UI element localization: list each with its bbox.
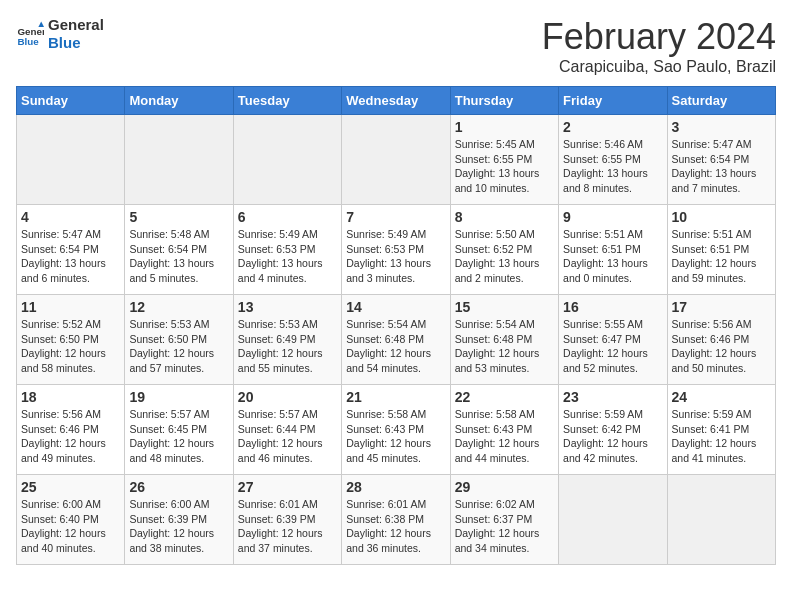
day-info: Sunrise: 5:54 AM Sunset: 6:48 PM Dayligh… [455,317,554,376]
month-title: February 2024 [542,16,776,58]
day-info: Sunrise: 5:58 AM Sunset: 6:43 PM Dayligh… [455,407,554,466]
day-number: 7 [346,209,445,225]
day-cell: 16Sunrise: 5:55 AM Sunset: 6:47 PM Dayli… [559,295,667,385]
day-number: 21 [346,389,445,405]
day-cell: 13Sunrise: 5:53 AM Sunset: 6:49 PM Dayli… [233,295,341,385]
day-number: 22 [455,389,554,405]
day-cell: 23Sunrise: 5:59 AM Sunset: 6:42 PM Dayli… [559,385,667,475]
day-cell: 24Sunrise: 5:59 AM Sunset: 6:41 PM Dayli… [667,385,775,475]
logo-line1: General [48,16,104,34]
day-number: 14 [346,299,445,315]
day-cell: 11Sunrise: 5:52 AM Sunset: 6:50 PM Dayli… [17,295,125,385]
day-cell: 12Sunrise: 5:53 AM Sunset: 6:50 PM Dayli… [125,295,233,385]
week-row-3: 18Sunrise: 5:56 AM Sunset: 6:46 PM Dayli… [17,385,776,475]
logo: General Blue General Blue [16,16,104,52]
day-cell [559,475,667,565]
day-info: Sunrise: 5:58 AM Sunset: 6:43 PM Dayligh… [346,407,445,466]
header-row: SundayMondayTuesdayWednesdayThursdayFrid… [17,87,776,115]
day-number: 10 [672,209,771,225]
svg-text:Blue: Blue [17,36,39,47]
day-info: Sunrise: 6:01 AM Sunset: 6:38 PM Dayligh… [346,497,445,556]
day-number: 24 [672,389,771,405]
day-cell: 25Sunrise: 6:00 AM Sunset: 6:40 PM Dayli… [17,475,125,565]
day-info: Sunrise: 5:50 AM Sunset: 6:52 PM Dayligh… [455,227,554,286]
day-number: 3 [672,119,771,135]
day-info: Sunrise: 5:57 AM Sunset: 6:44 PM Dayligh… [238,407,337,466]
day-number: 11 [21,299,120,315]
day-cell: 15Sunrise: 5:54 AM Sunset: 6:48 PM Dayli… [450,295,558,385]
day-cell: 3Sunrise: 5:47 AM Sunset: 6:54 PM Daylig… [667,115,775,205]
calendar-table: SundayMondayTuesdayWednesdayThursdayFrid… [16,86,776,565]
day-info: Sunrise: 5:47 AM Sunset: 6:54 PM Dayligh… [21,227,120,286]
day-info: Sunrise: 5:46 AM Sunset: 6:55 PM Dayligh… [563,137,662,196]
day-cell: 20Sunrise: 5:57 AM Sunset: 6:44 PM Dayli… [233,385,341,475]
day-number: 20 [238,389,337,405]
day-number: 12 [129,299,228,315]
day-cell [125,115,233,205]
logo-icon: General Blue [16,20,44,48]
day-cell: 5Sunrise: 5:48 AM Sunset: 6:54 PM Daylig… [125,205,233,295]
day-info: Sunrise: 5:59 AM Sunset: 6:42 PM Dayligh… [563,407,662,466]
day-cell: 22Sunrise: 5:58 AM Sunset: 6:43 PM Dayli… [450,385,558,475]
header-cell-tuesday: Tuesday [233,87,341,115]
week-row-4: 25Sunrise: 6:00 AM Sunset: 6:40 PM Dayli… [17,475,776,565]
day-number: 17 [672,299,771,315]
day-cell [17,115,125,205]
day-cell: 26Sunrise: 6:00 AM Sunset: 6:39 PM Dayli… [125,475,233,565]
header-cell-wednesday: Wednesday [342,87,450,115]
header-cell-friday: Friday [559,87,667,115]
day-cell: 14Sunrise: 5:54 AM Sunset: 6:48 PM Dayli… [342,295,450,385]
day-cell: 9Sunrise: 5:51 AM Sunset: 6:51 PM Daylig… [559,205,667,295]
day-number: 27 [238,479,337,495]
day-number: 28 [346,479,445,495]
day-info: Sunrise: 5:49 AM Sunset: 6:53 PM Dayligh… [346,227,445,286]
day-cell: 10Sunrise: 5:51 AM Sunset: 6:51 PM Dayli… [667,205,775,295]
day-info: Sunrise: 6:01 AM Sunset: 6:39 PM Dayligh… [238,497,337,556]
header-cell-saturday: Saturday [667,87,775,115]
header: General Blue General Blue February 2024 … [16,16,776,76]
day-number: 6 [238,209,337,225]
day-number: 5 [129,209,228,225]
day-cell [233,115,341,205]
day-number: 26 [129,479,228,495]
day-info: Sunrise: 5:55 AM Sunset: 6:47 PM Dayligh… [563,317,662,376]
week-row-0: 1Sunrise: 5:45 AM Sunset: 6:55 PM Daylig… [17,115,776,205]
day-info: Sunrise: 5:51 AM Sunset: 6:51 PM Dayligh… [563,227,662,286]
day-info: Sunrise: 5:56 AM Sunset: 6:46 PM Dayligh… [21,407,120,466]
day-cell: 4Sunrise: 5:47 AM Sunset: 6:54 PM Daylig… [17,205,125,295]
day-cell: 28Sunrise: 6:01 AM Sunset: 6:38 PM Dayli… [342,475,450,565]
header-cell-monday: Monday [125,87,233,115]
day-number: 9 [563,209,662,225]
day-number: 2 [563,119,662,135]
title-area: February 2024 Carapicuiba, Sao Paulo, Br… [542,16,776,76]
day-info: Sunrise: 5:59 AM Sunset: 6:41 PM Dayligh… [672,407,771,466]
day-info: Sunrise: 5:53 AM Sunset: 6:50 PM Dayligh… [129,317,228,376]
day-cell [667,475,775,565]
day-info: Sunrise: 5:47 AM Sunset: 6:54 PM Dayligh… [672,137,771,196]
day-number: 8 [455,209,554,225]
day-number: 13 [238,299,337,315]
day-info: Sunrise: 6:02 AM Sunset: 6:37 PM Dayligh… [455,497,554,556]
day-cell: 17Sunrise: 5:56 AM Sunset: 6:46 PM Dayli… [667,295,775,385]
day-info: Sunrise: 5:45 AM Sunset: 6:55 PM Dayligh… [455,137,554,196]
day-info: Sunrise: 5:54 AM Sunset: 6:48 PM Dayligh… [346,317,445,376]
day-info: Sunrise: 5:48 AM Sunset: 6:54 PM Dayligh… [129,227,228,286]
day-number: 4 [21,209,120,225]
day-number: 25 [21,479,120,495]
day-cell: 29Sunrise: 6:02 AM Sunset: 6:37 PM Dayli… [450,475,558,565]
day-info: Sunrise: 5:52 AM Sunset: 6:50 PM Dayligh… [21,317,120,376]
day-number: 16 [563,299,662,315]
location-title: Carapicuiba, Sao Paulo, Brazil [542,58,776,76]
day-cell: 27Sunrise: 6:01 AM Sunset: 6:39 PM Dayli… [233,475,341,565]
day-cell: 18Sunrise: 5:56 AM Sunset: 6:46 PM Dayli… [17,385,125,475]
day-info: Sunrise: 5:53 AM Sunset: 6:49 PM Dayligh… [238,317,337,376]
day-cell: 7Sunrise: 5:49 AM Sunset: 6:53 PM Daylig… [342,205,450,295]
day-number: 23 [563,389,662,405]
header-cell-sunday: Sunday [17,87,125,115]
day-info: Sunrise: 5:57 AM Sunset: 6:45 PM Dayligh… [129,407,228,466]
day-number: 19 [129,389,228,405]
week-row-1: 4Sunrise: 5:47 AM Sunset: 6:54 PM Daylig… [17,205,776,295]
day-info: Sunrise: 6:00 AM Sunset: 6:39 PM Dayligh… [129,497,228,556]
day-info: Sunrise: 5:56 AM Sunset: 6:46 PM Dayligh… [672,317,771,376]
day-number: 1 [455,119,554,135]
